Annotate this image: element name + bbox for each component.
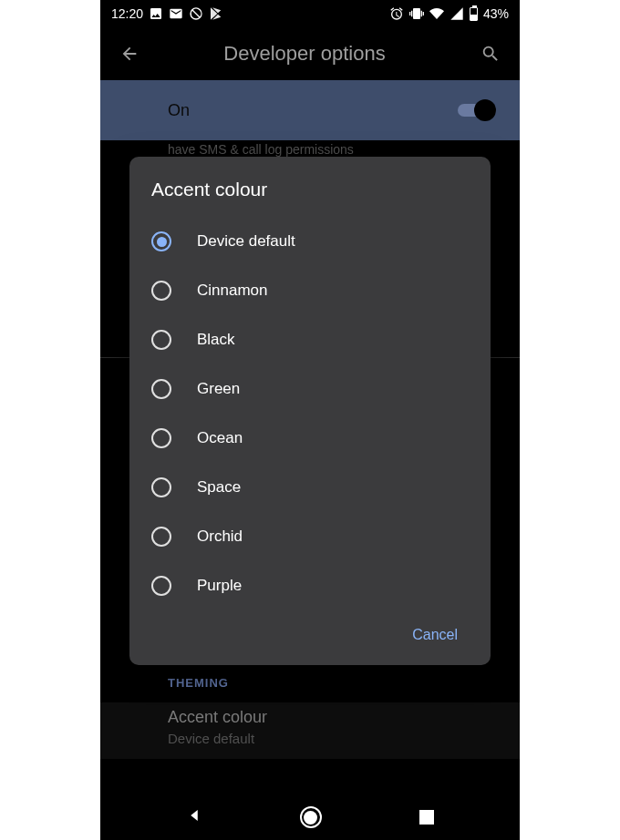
pref-accent-colour[interactable]: Accent colour Device default (100, 702, 520, 759)
status-bar: 12:20 43% (100, 0, 520, 27)
radio-button-icon (151, 281, 171, 301)
page-title: Developer options (137, 42, 472, 66)
radio-option[interactable]: Space (151, 463, 469, 512)
mail-icon (169, 6, 183, 21)
partial-pref-subtitle: have SMS & call log permissions (100, 140, 520, 157)
nav-back-button[interactable] (186, 807, 202, 827)
status-right: 43% (389, 6, 509, 21)
cancel-button[interactable]: Cancel (401, 620, 469, 650)
radio-group: Device defaultCinnamonBlackGreenOceanSpa… (151, 217, 469, 610)
wifi-icon (429, 6, 444, 21)
dialog-title: Accent colour (151, 179, 469, 200)
play-store-icon (209, 6, 223, 21)
nav-home-icon (304, 811, 317, 825)
signal-icon (450, 6, 464, 21)
master-toggle-label: On (168, 101, 190, 120)
radio-button-icon (151, 576, 171, 596)
vibrate-icon (409, 6, 424, 21)
clock: 12:20 (111, 6, 143, 21)
settings-list-lower: THEMING Accent colour Device default (100, 658, 520, 794)
radio-option[interactable]: Device default (151, 217, 469, 266)
master-switch[interactable] (458, 99, 496, 121)
nav-recent-button[interactable] (419, 810, 434, 825)
pref-title: Accent colour (168, 708, 520, 727)
nav-home-button[interactable] (300, 806, 322, 828)
radio-option[interactable]: Ocean (151, 414, 469, 463)
radio-option[interactable]: Purple (151, 561, 469, 610)
radio-selected-dot (157, 237, 167, 247)
radio-label: Green (197, 380, 240, 398)
radio-label: Device default (197, 232, 295, 251)
app-bar: Developer options (100, 27, 520, 80)
accent-colour-dialog: Accent colour Device defaultCinnamonBlac… (129, 157, 491, 665)
nav-back-icon (186, 807, 202, 824)
battery-percent: 43% (483, 6, 509, 21)
navigation-bar (100, 794, 520, 840)
alarm-icon (389, 6, 404, 21)
pref-subtitle: Device default (168, 731, 520, 746)
radio-label: Black (197, 331, 235, 349)
battery-icon (470, 7, 478, 21)
radio-button-icon (151, 379, 171, 399)
radio-option[interactable]: Green (151, 364, 469, 414)
search-icon (480, 44, 501, 64)
status-left: 12:20 (111, 6, 223, 21)
radio-option[interactable]: Orchid (151, 512, 469, 561)
radio-option[interactable]: Black (151, 315, 469, 364)
radio-label: Purple (197, 577, 242, 595)
switch-thumb (474, 99, 496, 121)
radio-label: Cinnamon (197, 282, 268, 300)
radio-label: Orchid (197, 528, 243, 546)
image-icon (149, 6, 163, 21)
radio-label: Ocean (197, 429, 243, 447)
radio-button-icon (151, 428, 171, 448)
radio-button-icon (151, 477, 171, 497)
dnd-icon (189, 6, 203, 21)
radio-option[interactable]: Cinnamon (151, 266, 469, 315)
radio-button-icon (151, 231, 171, 251)
dialog-actions: Cancel (151, 610, 469, 656)
master-toggle-row[interactable]: On (100, 80, 520, 140)
radio-button-icon (151, 527, 171, 547)
radio-button-icon (151, 330, 171, 350)
search-button[interactable] (472, 44, 509, 64)
radio-label: Space (197, 478, 241, 497)
phone-frame: 12:20 43% Developer options On (100, 0, 520, 840)
